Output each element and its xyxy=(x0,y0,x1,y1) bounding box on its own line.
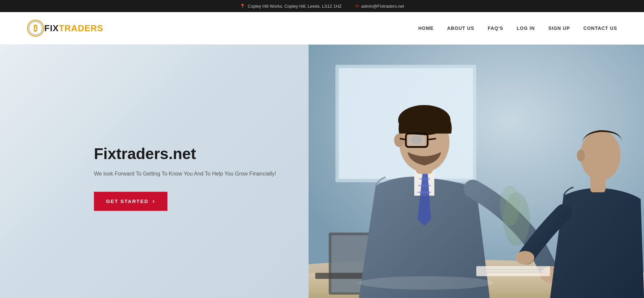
svg-point-20 xyxy=(394,134,404,147)
svg-point-29 xyxy=(580,130,621,181)
hero-section: Fixtraders.net We look Forward To Gettin… xyxy=(0,45,644,298)
email-text: admin@Fixtraders.net xyxy=(361,4,404,9)
top-bar: 📍 Copley Hill Works, Copley Hill, Leeds,… xyxy=(0,0,644,12)
get-started-button[interactable]: GET STARTED › xyxy=(94,192,167,211)
email-icon: ✉ xyxy=(355,4,359,9)
nav-signup[interactable]: SIGN UP xyxy=(548,24,570,33)
hero-subtitle: We look Forward To Getting To Know You A… xyxy=(94,170,276,179)
logo-traders-text: TRADERS xyxy=(59,23,103,33)
nav-faqs[interactable]: FAQ'S xyxy=(488,24,503,33)
svg-rect-31 xyxy=(590,176,605,192)
header: ₿ FIXTRADERS HOME ABOUT US FAQ'S LOG IN … xyxy=(0,12,644,45)
svg-rect-33 xyxy=(476,266,550,276)
logo-bitcoin-icon: ₿ xyxy=(27,19,44,37)
nav-about[interactable]: ABOUT US xyxy=(447,24,474,33)
main-nav: HOME ABOUT US FAQ'S LOG IN SIGN UP CONTA… xyxy=(418,24,617,33)
nav-login[interactable]: LOG IN xyxy=(517,24,535,33)
email-item: ✉ admin@Fixtraders.net xyxy=(355,4,404,9)
hero-bg-right xyxy=(309,45,644,298)
logo-fix-text: FIX xyxy=(44,23,59,33)
get-started-label: GET STARTED xyxy=(106,198,149,204)
hero-content: Fixtraders.net We look Forward To Gettin… xyxy=(94,145,276,211)
logo[interactable]: ₿ FIXTRADERS xyxy=(27,19,103,37)
hero-illustration xyxy=(309,45,644,298)
svg-point-25 xyxy=(411,136,423,144)
svg-point-38 xyxy=(500,186,520,226)
nav-contact[interactable]: CONTACT US xyxy=(583,24,617,33)
address-text: Copley Hill Works, Copley Hill, Leeds, L… xyxy=(248,4,341,9)
nav-home[interactable]: HOME xyxy=(418,24,434,33)
location-icon: 📍 xyxy=(240,4,245,9)
hero-title: Fixtraders.net xyxy=(94,145,276,162)
svg-point-30 xyxy=(577,149,585,161)
svg-point-36 xyxy=(359,276,493,290)
svg-point-32 xyxy=(516,251,534,264)
address-item: 📍 Copley Hill Works, Copley Hill, Leeds,… xyxy=(240,4,341,9)
arrow-icon: › xyxy=(153,198,155,205)
svg-text:₿: ₿ xyxy=(34,23,38,33)
